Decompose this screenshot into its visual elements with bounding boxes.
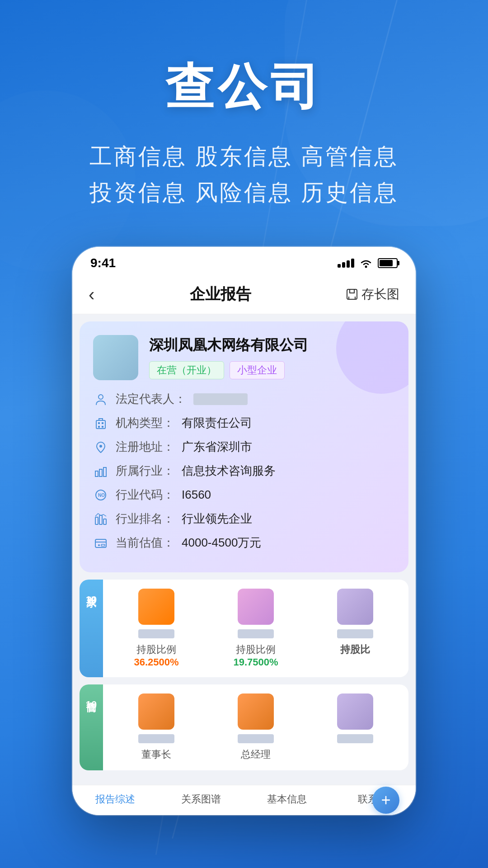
- svg-point-2: [99, 395, 103, 399]
- shareholder-avatar: [238, 589, 274, 625]
- phone-mockup-container: 9:41: [0, 247, 488, 851]
- shareholder-percent: 持股比例36.2500%: [134, 643, 178, 668]
- svg-rect-9: [95, 471, 98, 476]
- save-icon: [346, 288, 358, 300]
- status-time: 9:41: [90, 256, 116, 270]
- tab-relation-graph[interactable]: 关系图谱: [158, 793, 244, 806]
- svg-rect-11: [103, 467, 106, 476]
- company-badges: 在营（开业） 小型企业: [149, 361, 395, 379]
- svg-rect-5: [102, 422, 103, 424]
- shareholder-item: 持股比例19.7500%: [210, 589, 302, 668]
- shareholder-item: 持股比例36.2500%: [110, 589, 202, 668]
- shareholder-avatar: [337, 589, 373, 625]
- exec-name-blurred: [337, 734, 373, 743]
- status-icons: [338, 258, 398, 268]
- exec-avatar: [238, 693, 274, 730]
- shareholder-avatar: [138, 589, 174, 625]
- shareholder-name-blurred: [337, 629, 373, 638]
- content-area: 深圳凤凰木网络有限公司 在营（开业） 小型企业: [72, 314, 416, 785]
- industry-icon: [93, 463, 108, 479]
- fab-button[interactable]: +: [372, 787, 399, 814]
- back-button[interactable]: ‹: [89, 284, 94, 305]
- hero-title: 查公司: [27, 54, 461, 120]
- signal-icon: [338, 259, 354, 268]
- badge-type: 小型企业: [230, 361, 285, 379]
- svg-rect-20: [101, 544, 105, 546]
- detail-industry-rank: 行业排名： 行业领先企业: [93, 511, 395, 527]
- svg-point-19: [98, 544, 100, 546]
- exec-name-blurred: [238, 734, 274, 743]
- exec-name-blurred: [138, 734, 174, 743]
- phone-frame: 9:41: [72, 247, 416, 815]
- detail-address: 注册地址： 广东省深圳市: [93, 439, 395, 455]
- shareholder-item: 持股比: [309, 589, 401, 668]
- nav-bar: ‹ 企业报告 存长图: [72, 275, 416, 314]
- svg-rect-4: [98, 422, 100, 424]
- svg-text:NO: NO: [98, 493, 105, 498]
- wifi-icon: [360, 258, 372, 268]
- shareholder-name-blurred: [138, 629, 174, 638]
- svg-rect-7: [102, 426, 103, 428]
- person-icon: [93, 392, 108, 407]
- save-button[interactable]: 存长图: [346, 286, 399, 303]
- detail-industry-code: NO 行业代码： I6560: [93, 487, 395, 503]
- badge-status: 在营（开业）: [149, 361, 224, 379]
- company-name: 深圳凤凰木网络有限公司: [149, 336, 395, 355]
- tab-bar: 报告综述 关系图谱 基本信息 联系信 +: [72, 785, 416, 815]
- tab-report-summary[interactable]: 报告综述: [72, 793, 158, 806]
- detail-industry: 所属行业： 信息技术咨询服务: [93, 463, 395, 479]
- exec-avatar: [138, 693, 174, 730]
- svg-rect-16: [103, 519, 106, 524]
- exec-title: 总经理: [241, 748, 271, 761]
- hero-section: 查公司 工商信息 股东信息 高管信息 投资信息 风险信息 历史信息: [0, 0, 488, 247]
- exec-item: 总经理: [210, 693, 302, 761]
- svg-point-0: [365, 266, 367, 268]
- shareholder-name-blurred: [238, 629, 274, 638]
- company-header: 深圳凤凰木网络有限公司 在营（开业） 小型企业: [93, 335, 395, 380]
- company-logo: [93, 335, 138, 380]
- exec-title: 董事长: [141, 748, 171, 761]
- shareholder-percent: 持股比: [340, 643, 370, 656]
- shareholders-section: 股东 10 持股比例36.2500%: [80, 580, 408, 677]
- svg-point-8: [99, 445, 102, 448]
- detail-legal-rep: 法定代表人：: [93, 391, 395, 407]
- rank-icon: [93, 511, 108, 527]
- executives-list: 董事长 总经理: [103, 684, 408, 770]
- company-card: 深圳凤凰木网络有限公司 在营（开业） 小型企业: [80, 321, 408, 572]
- svg-rect-3: [96, 420, 105, 429]
- svg-rect-14: [95, 517, 98, 524]
- svg-rect-15: [99, 515, 102, 524]
- code-icon: NO: [93, 487, 108, 503]
- building-icon: [93, 415, 108, 431]
- detail-org-type: 机构类型： 有限责任公司: [93, 415, 395, 431]
- tab-basic-info[interactable]: 基本信息: [244, 793, 330, 806]
- svg-rect-6: [98, 426, 100, 428]
- location-icon: [93, 439, 108, 455]
- valuation-icon: [93, 535, 108, 551]
- shareholders-list: 持股比例36.2500% 持股比例19.7500%: [103, 580, 408, 677]
- exec-item: [309, 693, 401, 761]
- svg-rect-10: [99, 469, 102, 476]
- detail-valuation: 当前估值： 4000-4500万元: [93, 535, 395, 551]
- nav-title: 企业报告: [190, 284, 251, 305]
- battery-icon: [378, 258, 398, 268]
- status-bar: 9:41: [72, 247, 416, 275]
- executives-side-label: 高管 10: [80, 684, 103, 770]
- exec-avatar: [337, 693, 373, 730]
- company-header-info: 深圳凤凰木网络有限公司 在营（开业） 小型企业: [149, 336, 395, 379]
- legal-rep-value-blurred: [193, 393, 248, 405]
- shareholder-percent: 持股比例19.7500%: [233, 643, 278, 668]
- hero-subtitle: 工商信息 股东信息 高管信息 投资信息 风险信息 历史信息: [27, 138, 461, 211]
- exec-item: 董事长: [110, 693, 202, 761]
- executives-section: 高管 10 董事长 总: [80, 684, 408, 770]
- shareholders-side-label: 股东 10: [80, 580, 103, 677]
- save-label: 存长图: [361, 286, 399, 303]
